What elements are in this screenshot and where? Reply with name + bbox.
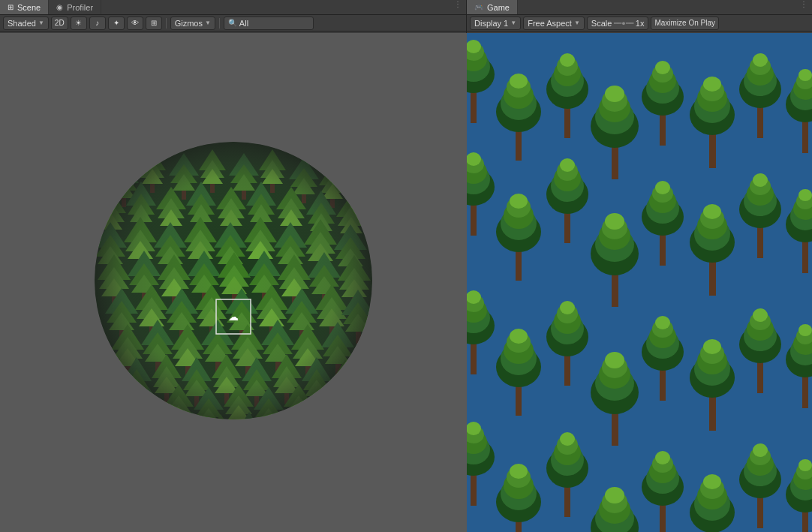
search-icon: 🔍 bbox=[228, 19, 237, 27]
shading-label: Shaded bbox=[8, 19, 36, 28]
gizmos-dropdown[interactable]: Gizmos ▼ bbox=[170, 17, 215, 30]
svg-point-423 bbox=[703, 77, 721, 92]
svg-point-465 bbox=[753, 443, 768, 457]
maximize-label: Maximize On Play bbox=[654, 19, 715, 27]
svg-point-447 bbox=[753, 53, 768, 67]
svg-point-351 bbox=[560, 53, 575, 67]
light-icon: ☀ bbox=[75, 19, 82, 27]
profiler-tab-label: Profiler bbox=[67, 3, 93, 12]
2d-label: 2D bbox=[55, 19, 65, 27]
svg-point-393 bbox=[605, 487, 624, 503]
svg-point-477 bbox=[798, 189, 812, 201]
game-view bbox=[467, 33, 812, 532]
maximize-btn[interactable]: Maximize On Play bbox=[651, 17, 719, 30]
grid-toggle[interactable]: ⊞ bbox=[146, 17, 162, 30]
svg-point-327 bbox=[510, 74, 528, 89]
audio-icon: ♪ bbox=[95, 19, 99, 27]
svg-point-387 bbox=[605, 352, 624, 368]
game-tab-label: Game bbox=[487, 3, 510, 12]
fx-toggle[interactable]: ✦ bbox=[108, 17, 125, 30]
display-chevron: ▼ bbox=[510, 20, 516, 26]
main-panels: ☁ bbox=[0, 33, 812, 532]
svg-point-357 bbox=[560, 158, 575, 172]
grid-icon: ⊞ bbox=[151, 19, 157, 27]
svg-point-333 bbox=[510, 194, 528, 209]
display-dropdown[interactable]: Display 1 ▼ bbox=[470, 17, 521, 30]
aspect-chevron: ▼ bbox=[574, 20, 580, 26]
scene-view-svg: ☁ bbox=[0, 33, 467, 532]
selected-object-icon: ☁ bbox=[228, 311, 239, 323]
game-panel bbox=[467, 33, 812, 532]
game-tab[interactable]: 🎮 Game bbox=[467, 0, 518, 14]
svg-point-411 bbox=[655, 316, 670, 329]
game-tabs-more[interactable]: ⋮ bbox=[795, 0, 812, 14]
scene-search[interactable]: 🔍 bbox=[224, 17, 314, 30]
svg-point-441 bbox=[703, 474, 721, 489]
scale-slider-icon: ━━●━━ bbox=[614, 20, 633, 27]
svg-point-459 bbox=[753, 308, 768, 322]
gizmos-chevron: ▼ bbox=[205, 20, 211, 26]
scale-dropdown[interactable]: Scale ━━●━━ 1x bbox=[587, 17, 649, 30]
game-view-svg bbox=[467, 33, 812, 532]
light-toggle[interactable]: ☀ bbox=[71, 17, 87, 30]
search-input[interactable] bbox=[239, 19, 309, 28]
svg-point-369 bbox=[560, 432, 575, 446]
scale-value: 1x bbox=[636, 19, 645, 28]
gizmos-label: Gizmos bbox=[175, 19, 203, 28]
svg-point-399 bbox=[655, 61, 670, 74]
fx-icon: ✦ bbox=[113, 19, 119, 27]
scene-tabs-more[interactable]: ⋮ bbox=[450, 0, 466, 14]
scene-tab-icon: ⊞ bbox=[8, 3, 14, 11]
svg-point-435 bbox=[703, 339, 721, 354]
game-tab-icon: 🎮 bbox=[474, 3, 483, 11]
svg-point-405 bbox=[655, 181, 670, 194]
scale-label: Scale bbox=[591, 19, 612, 28]
svg-point-471 bbox=[798, 69, 812, 81]
svg-point-483 bbox=[798, 324, 812, 336]
aspect-dropdown[interactable]: Free Aspect ▼ bbox=[523, 17, 585, 30]
svg-point-363 bbox=[560, 301, 575, 314]
scene-tab[interactable]: ⊞ Scene bbox=[0, 0, 49, 14]
svg-point-345 bbox=[510, 464, 528, 479]
shading-dropdown[interactable]: Shaded ▼ bbox=[3, 17, 49, 30]
scene-tab-label: Scene bbox=[17, 3, 41, 12]
aspect-label: Free Aspect bbox=[528, 19, 572, 28]
game-toolbar: Display 1 ▼ Free Aspect ▼ Scale ━━●━━ 1x… bbox=[467, 15, 812, 32]
hidden-icon: 👁 bbox=[131, 19, 139, 27]
svg-point-381 bbox=[605, 213, 624, 230]
scene-panel: ☁ bbox=[0, 33, 467, 532]
scene-toolbar: Shaded ▼ 2D ☀ ♪ ✦ 👁 ⊞ Gizmos bbox=[0, 15, 466, 32]
svg-point-489 bbox=[798, 459, 812, 471]
svg-point-375 bbox=[605, 86, 624, 102]
shading-chevron: ▼ bbox=[38, 20, 44, 26]
svg-point-429 bbox=[703, 204, 721, 219]
svg-point-339 bbox=[510, 329, 528, 344]
profiler-tab[interactable]: ◉ Profiler bbox=[49, 0, 101, 14]
profiler-tab-icon: ◉ bbox=[56, 3, 63, 11]
toolbar-sep2 bbox=[219, 18, 220, 29]
svg-point-295 bbox=[95, 142, 372, 419]
toolbar-sep1 bbox=[166, 18, 167, 29]
svg-point-453 bbox=[753, 173, 768, 187]
svg-point-417 bbox=[655, 451, 670, 464]
audio-toggle[interactable]: ♪ bbox=[89, 17, 106, 30]
scene-hidden-toggle[interactable]: 👁 bbox=[127, 17, 143, 30]
2d-toggle[interactable]: 2D bbox=[51, 17, 68, 30]
display-label: Display 1 bbox=[474, 19, 508, 28]
